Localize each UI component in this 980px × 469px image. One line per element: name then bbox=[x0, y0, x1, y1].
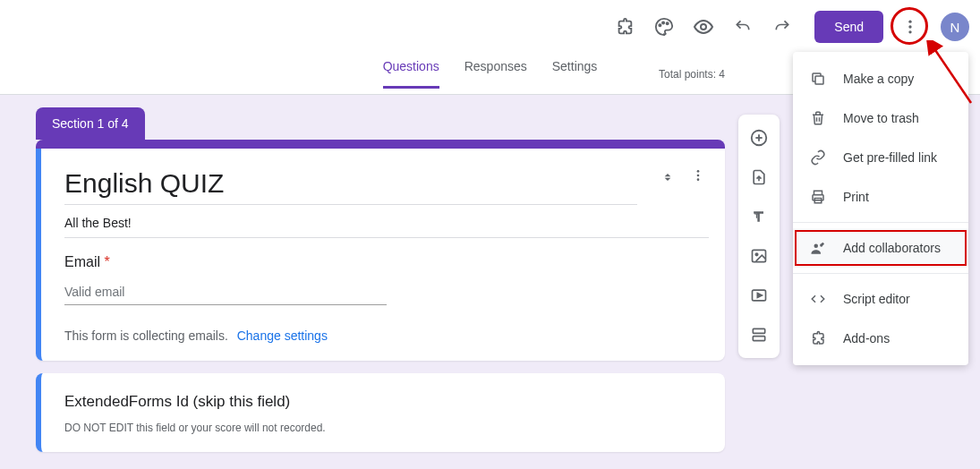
menu-addons[interactable]: Add-ons bbox=[793, 319, 968, 358]
svg-point-3 bbox=[701, 24, 706, 30]
svg-point-6 bbox=[908, 30, 911, 33]
svg-rect-17 bbox=[753, 328, 764, 333]
link-icon bbox=[809, 149, 827, 166]
send-button[interactable]: Send bbox=[814, 11, 883, 43]
trash-icon bbox=[809, 109, 827, 127]
side-toolbar bbox=[738, 115, 780, 358]
tabs: Questions Responses Settings bbox=[383, 59, 598, 89]
code-icon bbox=[809, 290, 827, 308]
tab-settings[interactable]: Settings bbox=[552, 59, 598, 89]
menu-add-collaborators[interactable]: Add collaborators bbox=[793, 228, 968, 268]
svg-point-14 bbox=[755, 253, 758, 256]
undo-icon[interactable] bbox=[725, 9, 761, 45]
menu-add-collaborators-label: Add collaborators bbox=[843, 241, 941, 255]
tab-questions[interactable]: Questions bbox=[383, 59, 439, 89]
add-question-icon[interactable] bbox=[743, 122, 775, 154]
svg-point-1 bbox=[662, 21, 664, 23]
theme-icon[interactable] bbox=[646, 9, 682, 45]
email-input[interactable]: Valid email bbox=[64, 285, 387, 305]
send-label: Send bbox=[834, 20, 864, 34]
question-card-extendedforms[interactable]: ExtendedForms Id (skip this field) DO NO… bbox=[36, 373, 725, 452]
menu-separator bbox=[793, 222, 968, 223]
collecting-emails-note: This form is collecting emails. Change s… bbox=[64, 328, 702, 343]
form-title-input[interactable]: English QUIZ bbox=[64, 168, 637, 205]
import-questions-icon[interactable] bbox=[743, 161, 775, 193]
menu-print-label: Print bbox=[843, 190, 869, 204]
section-indicator: Section 1 of 4 bbox=[36, 107, 145, 140]
more-dropdown-menu: Make a copy Move to trash Get pre-filled… bbox=[793, 52, 968, 365]
menu-print[interactable]: Print bbox=[793, 177, 968, 217]
question-title: ExtendedForms Id (skip this field) bbox=[64, 393, 702, 411]
svg-point-5 bbox=[908, 25, 911, 28]
svg-point-0 bbox=[660, 24, 661, 26]
add-section-icon[interactable] bbox=[743, 319, 775, 351]
title-card[interactable]: English QUIZ All the Best! Email * Valid… bbox=[36, 149, 725, 361]
menu-make-copy[interactable]: Make a copy bbox=[793, 59, 968, 98]
menu-separator-2 bbox=[793, 273, 968, 274]
collapse-icon[interactable] bbox=[660, 168, 675, 183]
menu-move-trash[interactable]: Move to trash bbox=[793, 98, 968, 138]
addons-menu-icon bbox=[809, 329, 827, 347]
add-title-icon[interactable] bbox=[743, 200, 775, 233]
addons-icon[interactable] bbox=[607, 9, 643, 45]
svg-point-22 bbox=[814, 244, 819, 249]
svg-point-9 bbox=[697, 178, 700, 181]
svg-rect-18 bbox=[753, 337, 764, 341]
card-more-icon[interactable] bbox=[691, 168, 705, 183]
title-card-actions bbox=[660, 168, 705, 183]
svg-point-8 bbox=[697, 175, 700, 177]
email-label-text: Email bbox=[64, 254, 100, 269]
avatar-initial: N bbox=[950, 20, 960, 35]
avatar[interactable]: N bbox=[941, 13, 969, 41]
menu-prefilled-label: Get pre-filled link bbox=[843, 150, 937, 165]
svg-marker-16 bbox=[757, 294, 762, 298]
redo-icon[interactable] bbox=[764, 9, 800, 45]
menu-script-editor[interactable]: Script editor bbox=[793, 279, 968, 319]
form-column: Section 1 of 4 English QUIZ All the Best… bbox=[36, 107, 725, 452]
svg-point-4 bbox=[908, 21, 911, 23]
total-points: Total points: 4 bbox=[659, 68, 725, 81]
section-header-bar bbox=[36, 140, 725, 149]
required-mark: * bbox=[104, 254, 109, 269]
collecting-text: This form is collecting emails. bbox=[64, 328, 228, 343]
print-icon bbox=[809, 188, 827, 206]
more-menu-button[interactable] bbox=[892, 9, 928, 45]
svg-point-7 bbox=[697, 170, 700, 173]
menu-prefilled-link[interactable]: Get pre-filled link bbox=[793, 138, 968, 177]
svg-rect-19 bbox=[815, 76, 823, 84]
copy-icon bbox=[809, 70, 827, 88]
question-description: DO NOT EDIT this field or your score wil… bbox=[64, 422, 702, 434]
menu-script-editor-label: Script editor bbox=[843, 292, 910, 306]
preview-icon[interactable] bbox=[686, 9, 721, 45]
svg-point-2 bbox=[667, 22, 669, 24]
menu-addons-label: Add-ons bbox=[843, 331, 890, 345]
menu-make-copy-label: Make a copy bbox=[843, 72, 914, 86]
menu-move-trash-label: Move to trash bbox=[843, 111, 919, 125]
change-settings-link[interactable]: Change settings bbox=[237, 328, 328, 343]
form-description-input[interactable]: All the Best! bbox=[64, 216, 709, 238]
email-label: Email * bbox=[64, 254, 702, 270]
add-video-icon[interactable] bbox=[743, 279, 775, 311]
collaborators-icon bbox=[809, 239, 827, 257]
tab-responses[interactable]: Responses bbox=[464, 59, 527, 89]
topbar: Send N bbox=[0, 0, 980, 54]
add-image-icon[interactable] bbox=[743, 240, 775, 272]
